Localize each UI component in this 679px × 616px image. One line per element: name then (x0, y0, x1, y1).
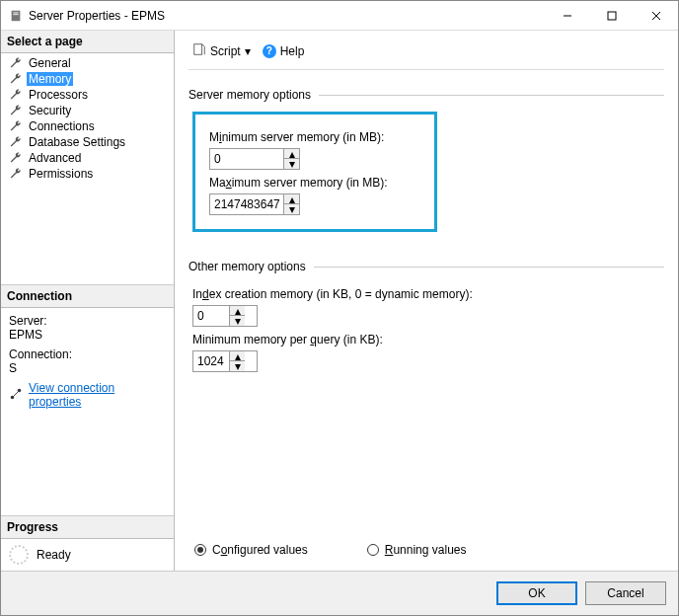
progress-header: Progress (1, 516, 174, 539)
min-memory-label: Minimum server memory (in MB): (209, 130, 420, 144)
page-list: GeneralMemoryProcessorsSecurityConnectio… (1, 53, 174, 184)
server-properties-window: Server Properties - EPMS Select a page G… (0, 0, 679, 616)
max-memory-input[interactable] (210, 194, 283, 214)
sidebar-item-label: Security (27, 104, 73, 117)
min-query-memory-label: Minimum memory per query (in KB): (192, 333, 664, 346)
running-values-label: Running values (385, 543, 467, 557)
sidebar-item-memory[interactable]: Memory (1, 71, 174, 87)
dialog-footer: OK Cancel (1, 571, 678, 615)
script-icon (192, 42, 206, 59)
sidebar-item-label: Permissions (27, 167, 95, 181)
sidebar-item-label: Database Settings (27, 135, 127, 149)
spin-down-icon[interactable]: ▾ (284, 159, 299, 169)
min-memory-input[interactable] (210, 149, 283, 169)
left-panel: Select a page GeneralMemoryProcessorsSec… (1, 31, 175, 571)
right-panel: Script ▾ ? Help Server memory options Mi… (175, 31, 678, 571)
svg-rect-4 (608, 12, 616, 20)
server-memory-group-title: Server memory options (189, 88, 311, 102)
sidebar-item-label: Memory (27, 72, 73, 86)
wrench-icon (9, 104, 23, 117)
connection-properties-icon (9, 387, 23, 404)
min-query-memory-input[interactable] (193, 351, 229, 371)
server-label: Server: (9, 314, 166, 328)
sidebar-item-label: General (27, 56, 73, 70)
server-memory-highlight: Minimum server memory (in MB): ▴▾ Maximu… (192, 112, 437, 232)
wrench-icon (9, 167, 23, 181)
svg-rect-2 (13, 14, 18, 15)
sidebar-item-security[interactable]: Security (1, 103, 174, 118)
max-memory-label: Maximum server memory (in MB): (209, 176, 420, 190)
connection-header: Connection (1, 285, 174, 308)
wrench-icon (9, 56, 23, 70)
view-connection-properties-link[interactable]: View connection properties (29, 381, 166, 409)
sidebar-item-label: Connections (27, 119, 97, 133)
sidebar-item-general[interactable]: General (1, 55, 174, 71)
sidebar-item-database-settings[interactable]: Database Settings (1, 134, 174, 150)
progress-spinner-icon (9, 545, 29, 565)
script-button[interactable]: Script ▾ (189, 40, 255, 61)
sidebar-item-permissions[interactable]: Permissions (1, 166, 174, 182)
help-icon: ? (263, 44, 276, 58)
minimize-button[interactable] (545, 1, 589, 30)
window-title: Server Properties - EPMS (29, 9, 545, 23)
connection-label: Connection: (9, 347, 166, 361)
wrench-icon (9, 151, 23, 165)
index-memory-input[interactable] (193, 306, 229, 326)
close-button[interactable] (634, 1, 678, 30)
connection-value: S (9, 361, 166, 375)
spin-down-icon[interactable]: ▾ (284, 204, 299, 214)
svg-line-9 (13, 391, 18, 396)
index-memory-label: Index creation memory (in KB, 0 = dynami… (192, 287, 664, 301)
min-query-memory-spinner[interactable]: ▴▾ (192, 350, 258, 372)
index-memory-spinner[interactable]: ▴▾ (192, 305, 258, 327)
spin-down-icon[interactable]: ▾ (230, 361, 245, 371)
svg-rect-0 (12, 10, 21, 21)
max-memory-spinner[interactable]: ▴▾ (209, 193, 300, 215)
svg-rect-1 (13, 12, 18, 13)
ok-button[interactable]: OK (496, 581, 577, 605)
maximize-button[interactable] (589, 1, 634, 30)
sidebar-item-label: Processors (27, 88, 90, 102)
spin-down-icon[interactable]: ▾ (230, 316, 245, 326)
cancel-button[interactable]: Cancel (585, 581, 666, 605)
sidebar-item-processors[interactable]: Processors (1, 87, 174, 103)
titlebar: Server Properties - EPMS (1, 1, 678, 31)
server-icon (9, 9, 23, 23)
wrench-icon (9, 119, 23, 133)
svg-rect-10 (194, 44, 202, 55)
configured-values-radio[interactable]: Configured values (194, 543, 308, 557)
help-button[interactable]: ? Help (259, 42, 309, 60)
wrench-icon (9, 88, 23, 102)
wrench-icon (9, 135, 23, 149)
configured-values-label: Configured values (212, 543, 308, 557)
toolbar: Script ▾ ? Help (189, 38, 664, 70)
dropdown-icon: ▾ (245, 44, 251, 58)
server-value: EPMS (9, 328, 166, 342)
sidebar-item-label: Advanced (27, 151, 83, 165)
other-memory-group-title: Other memory options (189, 260, 306, 273)
running-values-radio[interactable]: Running values (367, 543, 467, 557)
help-label: Help (280, 44, 305, 58)
select-page-header: Select a page (1, 31, 174, 53)
sidebar-item-advanced[interactable]: Advanced (1, 150, 174, 166)
wrench-icon (9, 72, 23, 86)
progress-status: Ready (37, 548, 71, 562)
sidebar-item-connections[interactable]: Connections (1, 118, 174, 134)
script-label: Script (210, 44, 241, 58)
min-memory-spinner[interactable]: ▴▾ (209, 148, 300, 170)
